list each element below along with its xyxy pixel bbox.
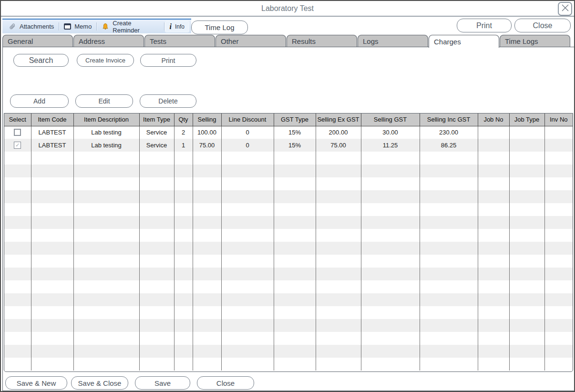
- item-type-cell[interactable]: Service: [139, 139, 174, 152]
- item-type-cell[interactable]: Service: [139, 126, 174, 139]
- item-description-cell[interactable]: Lab testing: [73, 126, 139, 139]
- table-row[interactable]: ✓ LABTEST Lab testing Service 1 75.00 0 …: [4, 139, 573, 152]
- tab-other[interactable]: Other: [216, 35, 286, 47]
- inv-no-cell[interactable]: [544, 139, 573, 152]
- delete-button[interactable]: Delete: [140, 94, 196, 108]
- window-close-button[interactable]: [558, 2, 572, 16]
- empty-cell: [193, 177, 221, 190]
- empty-table-row: [4, 242, 573, 255]
- tab-address[interactable]: Address: [73, 35, 144, 47]
- empty-cell: [316, 229, 361, 242]
- empty-cell: [274, 242, 316, 255]
- empty-cell: [361, 255, 420, 268]
- empty-table-row: [4, 319, 573, 332]
- line-discount-cell[interactable]: 0: [221, 139, 274, 152]
- empty-cell: [73, 306, 139, 319]
- empty-cell: [193, 255, 221, 268]
- empty-cell: [174, 268, 193, 280]
- empty-cell: [139, 280, 174, 293]
- create-invoice-button[interactable]: Create Invoice: [77, 54, 134, 67]
- empty-cell: [193, 203, 221, 216]
- inv-no-cell[interactable]: [544, 126, 573, 139]
- column-header-qty: Qty: [174, 113, 193, 126]
- tab-logs[interactable]: Logs: [358, 35, 428, 47]
- empty-cell: [31, 332, 73, 345]
- save-button[interactable]: Save: [135, 376, 190, 390]
- empty-cell: [361, 229, 420, 242]
- empty-cell: [274, 177, 316, 190]
- empty-cell: [174, 203, 193, 216]
- empty-table-row: [4, 306, 573, 319]
- close-button[interactable]: Close: [197, 376, 254, 390]
- empty-cell: [420, 203, 478, 216]
- line-discount-cell[interactable]: 0: [221, 126, 274, 139]
- empty-cell: [274, 319, 316, 332]
- selling-cell[interactable]: 75.00: [193, 139, 221, 152]
- item-code-cell[interactable]: LABTEST: [31, 139, 73, 152]
- empty-cell: [478, 332, 509, 345]
- empty-cell: [274, 255, 316, 268]
- tab-general[interactable]: General: [2, 35, 73, 47]
- empty-cell: [73, 345, 139, 358]
- row-select-checkbox[interactable]: [14, 129, 21, 136]
- empty-cell: [139, 319, 174, 332]
- gst-type-cell[interactable]: 15%: [274, 126, 316, 139]
- selling-inc-gst-cell[interactable]: 86.25: [420, 139, 478, 152]
- time-log-button[interactable]: Time Log: [191, 21, 248, 34]
- empty-cell: [73, 255, 139, 268]
- empty-cell: [193, 229, 221, 242]
- row-select-checkbox[interactable]: ✓: [14, 142, 21, 149]
- attachments-button[interactable]: Attachments: [4, 21, 58, 32]
- empty-cell: [193, 358, 221, 371]
- tab-tests[interactable]: Tests: [144, 35, 215, 47]
- empty-cell: [361, 268, 420, 280]
- empty-cell: [193, 268, 221, 280]
- empty-cell: [139, 216, 174, 229]
- job-type-cell[interactable]: [509, 139, 544, 152]
- add-button[interactable]: Add: [10, 94, 69, 108]
- edit-button[interactable]: Edit: [75, 94, 133, 108]
- item-description-cell[interactable]: Lab testing: [73, 139, 139, 152]
- selling-ex-gst-cell[interactable]: 200.00: [316, 126, 361, 139]
- qty-cell[interactable]: 1: [174, 139, 193, 152]
- selling-gst-cell[interactable]: 11.25: [361, 139, 420, 152]
- empty-cell: [420, 293, 478, 306]
- tab-charges[interactable]: Charges: [429, 35, 499, 48]
- close-button-top[interactable]: Close: [514, 19, 571, 32]
- item-code-cell[interactable]: LABTEST: [31, 126, 73, 139]
- create-reminder-button[interactable]: Create Reminder: [97, 21, 163, 32]
- paperclip-icon: [9, 23, 16, 31]
- empty-cell: [139, 229, 174, 242]
- search-button[interactable]: Search: [13, 54, 69, 67]
- selling-inc-gst-cell[interactable]: 230.00: [420, 126, 478, 139]
- column-header-selling: Selling: [193, 113, 221, 126]
- empty-cell: [4, 242, 31, 255]
- tab-results[interactable]: Results: [287, 35, 357, 47]
- qty-cell[interactable]: 2: [174, 126, 193, 139]
- empty-table-row: [4, 268, 573, 280]
- info-button[interactable]: i Info: [165, 21, 189, 32]
- print-button-top[interactable]: Print: [457, 19, 512, 32]
- job-no-cell[interactable]: [478, 126, 509, 139]
- empty-cell: [509, 190, 544, 203]
- selling-ex-gst-cell[interactable]: 75.00: [316, 139, 361, 152]
- save-and-close-button[interactable]: Save & Close: [71, 376, 128, 390]
- memo-button[interactable]: Memo: [60, 21, 96, 32]
- empty-cell: [139, 358, 174, 371]
- empty-cell: [274, 332, 316, 345]
- print-button[interactable]: Print: [140, 54, 196, 67]
- column-header-inv-no: Inv No: [544, 113, 573, 126]
- empty-cell: [139, 177, 174, 190]
- job-no-cell[interactable]: [478, 139, 509, 152]
- job-type-cell[interactable]: [509, 126, 544, 139]
- gst-type-cell[interactable]: 15%: [274, 139, 316, 152]
- selling-gst-cell[interactable]: 30.00: [361, 126, 420, 139]
- empty-cell: [478, 358, 509, 371]
- selling-cell[interactable]: 100.00: [193, 126, 221, 139]
- empty-cell: [478, 255, 509, 268]
- table-row[interactable]: LABTEST Lab testing Service 2 100.00 0 1…: [4, 126, 573, 139]
- empty-cell: [73, 177, 139, 190]
- empty-cell: [73, 319, 139, 332]
- tab-time-logs[interactable]: Time Logs: [500, 35, 570, 47]
- save-and-new-button[interactable]: Save & New: [5, 376, 67, 390]
